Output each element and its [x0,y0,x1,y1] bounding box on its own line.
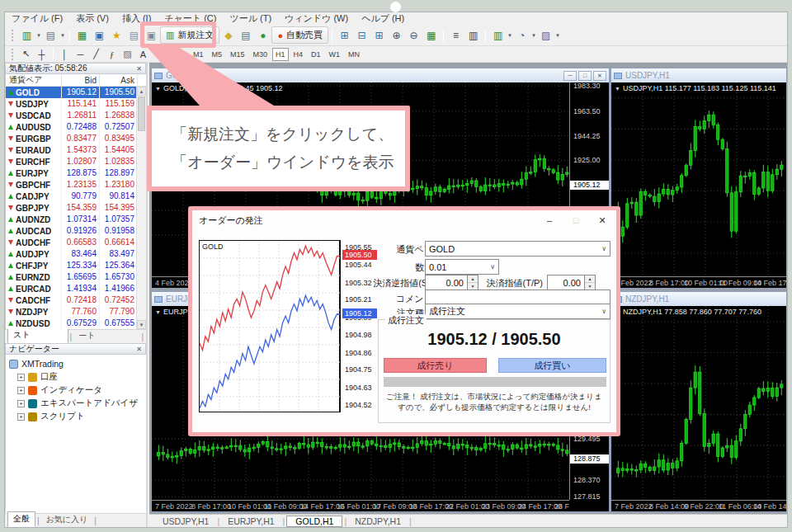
navigator-root-xmtrading[interactable]: XMTrading [9,357,146,370]
chevron-down-icon[interactable]: ▼ [615,86,620,92]
close-icon[interactable]: ✕ [136,346,142,353]
dropdown-arrow-icon[interactable]: ▾ [507,32,513,39]
market-watch-row-audchf[interactable]: AUDCHF0.665830.66614 [6,237,146,248]
market-watch-row-audjpy[interactable]: AUDJPY83.46483.497 [6,248,146,260]
chart-tab-gold-h1[interactable]: GOLD,H1 [286,516,342,527]
take-profit-input[interactable]: 0.00 [547,275,585,290]
market-watch-row-audnzd[interactable]: AUDNZD1.073141.07357 [6,214,146,225]
market-watch-row-eurgbp[interactable]: EURGBP0.834770.83495 [6,133,146,144]
market-watch-row-chfjpy[interactable]: CHFJPY125.334125.364 [6,260,146,271]
zoom-in-icon[interactable]: ⊕ [388,28,405,43]
dropdown-arrow-icon[interactable]: ▾ [35,32,42,39]
cursor-icon[interactable]: ↖ [18,48,34,60]
tile-windows-icon[interactable]: ▦ [422,28,440,43]
market-watch-icon[interactable]: ▦ [73,28,91,43]
print-icon[interactable]: ▤ [237,28,254,43]
market-watch-row-gold[interactable]: GOLD1905.121905.50 [6,87,146,98]
timeframe-mn[interactable]: MN [345,48,363,61]
symbol-select[interactable]: GOLD∨ [425,241,610,257]
market-watch-row-audcad[interactable]: AUDCAD0.919260.91958 [6,225,146,237]
chart-plot-nzdjpy[interactable]: ▼NZDJPY,H1 77.858 77.860 77.707 77.7607 … [611,306,786,511]
market-watch-row-euraud[interactable]: EURAUD1.543731.54405 [6,144,146,156]
chart-tab-usdjpy-h1[interactable]: USDJPY,H1 [156,516,215,526]
market-watch-row-nzdjpy[interactable]: NZDJPY77.76077.790 [6,306,146,318]
expand-icon[interactable]: + [17,374,25,381]
market-watch-row-eurnzd[interactable]: EURNZD1.656951.65730 [6,271,146,283]
dropdown-arrow-icon[interactable]: ▾ [554,32,561,39]
navigator-tab-0[interactable]: 全般 [7,511,35,527]
column-header-bid[interactable]: Bid [62,74,100,86]
auto-trading-button[interactable]: ●自動売買 [271,26,328,44]
chart-tab-nzdjpy-h1[interactable]: NZDJPY,H1 [348,516,408,526]
stop-loss-input[interactable]: 0.00 [425,275,468,290]
close-icon[interactable]: ✕ [595,215,610,226]
news-icon[interactable]: ● [254,28,271,43]
expand-icon[interactable]: + [17,387,25,394]
minimize-icon[interactable]: – [542,215,557,225]
chart-window-titlebar[interactable]: NZDJPY,H1 [611,292,786,306]
vertical-line-icon[interactable]: │ [57,48,73,60]
market-watch-row-eurjpy[interactable]: EURJPY128.875128.897 [6,167,146,179]
minimize-icon[interactable]: ─ [563,71,577,81]
add-chart-icon[interactable]: ▥ [489,28,507,43]
maximize-icon[interactable]: □ [568,215,583,225]
periods-icon[interactable]: ◔ [513,28,530,43]
order-type-select[interactable]: 成行注文∨ [425,304,610,319]
menu-item-6[interactable]: ヘルプ (H) [361,12,404,25]
market-watch-scrollbar[interactable]: ▲ ▼ [136,87,146,329]
dropdown-arrow-icon[interactable]: ▾ [59,32,66,39]
order-dialog-titlebar[interactable]: オーダーの発注 – □ ✕ [192,210,616,230]
navigator-item-3[interactable]: +スクリプト [9,410,146,423]
market-watch-row-cadchf[interactable]: CADCHF0.724180.72452 [6,294,146,306]
market-watch-row-audusd[interactable]: AUDUSD0.724880.72507 [6,121,146,133]
chart-window-titlebar[interactable]: USDJPY,H1 [611,68,786,82]
navigator-item-0[interactable]: +口座 [9,370,146,384]
cascade-windows-icon[interactable]: ⊞ [336,28,353,43]
close-icon[interactable]: ✕ [593,71,606,81]
market-watch-row-usdcad[interactable]: USDCAD1.268111.26838 [6,110,146,121]
trendline-icon[interactable]: ╱ [88,48,104,60]
market-watch-row-cadjpy[interactable]: CADJPY90.77990.814 [6,191,146,202]
menu-item-1[interactable]: 表示 (V) [76,12,109,25]
market-watch-row-eurcad[interactable]: EURCAD1.419341.41966 [6,283,146,294]
metaeditor-icon[interactable]: ◆ [219,28,237,43]
chart-window-nzdjpy[interactable]: NZDJPY,H1▼NZDJPY,H1 77.858 77.860 77.707… [610,291,787,512]
bar-chart-icon[interactable]: ≡ [447,28,464,43]
channel-icon[interactable]: ▨ [120,48,135,60]
navigator-tab-1[interactable]: お気に入り [41,513,93,527]
restore-icon[interactable]: □ [578,71,592,81]
tile-horizontally-icon[interactable]: ⊟ [353,28,370,43]
market-watch-row-usdjpy[interactable]: USDJPY115.141115.159 [6,98,146,110]
sell-by-market-button[interactable]: 成行売り [384,358,487,373]
chevron-down-icon[interactable]: ▼ [155,309,161,315]
dropdown-arrow-icon[interactable]: ▾ [530,32,537,39]
timeframe-h4[interactable]: H4 [290,48,307,61]
column-header-ask[interactable]: Ask [100,74,138,86]
navigator-icon[interactable]: ★ [108,28,125,43]
buy-by-market-button[interactable]: 成行買い [498,358,606,373]
navigator-item-2[interactable]: +エキスパートアドバイザ [9,397,146,410]
expand-icon[interactable]: + [17,400,25,407]
templates-icon[interactable]: ▨ [537,28,554,43]
navigator-item-1[interactable]: +インディケータ [9,384,146,397]
timeframe-w1[interactable]: W1 [326,48,344,61]
candlestick-icon[interactable]: ▥ [464,28,482,43]
zoom-out-icon[interactable]: ⊖ [405,28,422,43]
horizontal-line-icon[interactable]: ─ [73,48,88,60]
market-watch-row-gbpjpy[interactable]: GBPJPY154.359154.395 [6,202,146,214]
fibonacci-icon[interactable]: ƒ [104,48,120,60]
tile-vertically-icon[interactable]: ⊞ [370,28,388,43]
scroll-down-icon[interactable]: ▼ [137,320,146,329]
expand-icon[interactable]: + [17,413,25,421]
chart-tab-eurjpy-h1[interactable]: EURJPY,H1 [221,516,280,526]
menu-item-4[interactable]: ツール (T) [229,12,271,25]
menu-item-0[interactable]: ファイル (F) [12,12,63,25]
profiles-icon[interactable]: ▤ [42,28,59,43]
crosshair-icon[interactable]: ┼ [34,48,50,60]
market-watch-row-gbpchf[interactable]: GBPCHF1.231351.23180 [6,179,146,191]
menu-item-5[interactable]: ウィンドウ (W) [285,12,348,25]
chart-window-usdjpy[interactable]: USDJPY,H1▼USDJPY,H1 115.177 115.183 115.… [610,68,787,289]
chart-plot-usdjpy[interactable]: ▼USDJPY,H1 115.177 115.183 115.125 115.1… [611,82,786,288]
market-watch-row-eurchf[interactable]: EURCHF1.028071.02835 [6,156,146,167]
data-window-icon[interactable]: ▣ [91,28,108,43]
